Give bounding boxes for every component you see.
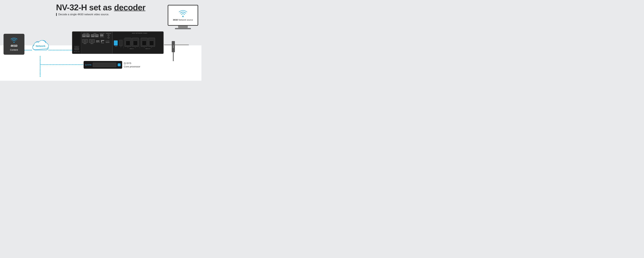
gpio-out-label: GPIO OUT <box>100 33 104 34</box>
dotted-line-to-qsys <box>40 56 40 77</box>
lan-b-port-2 <box>95 34 98 37</box>
dotted-line-h-qsys <box>40 64 84 65</box>
hdmi-in-port-1 <box>132 38 139 47</box>
lan-a-group: LAN A / PWR <box>82 33 90 37</box>
in-label: 3 <box>120 46 121 47</box>
power-label: POWER IN <box>74 46 79 47</box>
hdmi-in-port-2 <box>124 38 131 47</box>
audio-out-group: AUDIO OUT <box>106 33 111 39</box>
usb-a1-port <box>82 39 85 43</box>
power-spec-label: 48V DC 1.5A <box>74 51 80 52</box>
hdmi-out-2-label: 2 <box>141 47 148 48</box>
qsys-line1: Q-SYS <box>124 62 140 65</box>
hdmi-out-1-label: 1 <box>148 47 155 48</box>
main-title: NV-32-H set as decoder <box>56 3 145 12</box>
hdmi-wire <box>173 52 174 61</box>
rack-right-label: 4K60 NETWORK VIDEO <box>114 33 164 34</box>
audio-port-2 <box>108 37 110 39</box>
qsys-line2: Core processor <box>124 65 140 68</box>
rack-right-panel: 4K60 NETWORK VIDEO USB B 3 2 <box>112 32 164 54</box>
title-area: NV-32-H set as decoder Decode a single 4… <box>56 3 145 16</box>
hdmi-plug-body: HDMI <box>172 41 175 52</box>
lan-a-port <box>82 34 86 37</box>
gpio-in-group: GPIO IN <box>96 41 100 43</box>
monitor: 4K60 Network source <box>168 5 198 29</box>
tx-rx-group: 1 2 TX RX + <box>106 40 110 43</box>
hdmi-in-1-label: 1 <box>132 47 139 48</box>
title-prefix: NV-32-H set as <box>56 3 114 12</box>
usb-a2-port-2 <box>92 39 95 43</box>
gpio-out-group: GPIO OUT 12V 1 2 3 + <box>100 33 104 38</box>
dotted-line-content-to-cloud <box>24 50 32 50</box>
monitor-stand <box>178 26 188 28</box>
lan-b-label: LAN B <box>94 33 96 34</box>
rs232-group: RS232 <box>101 40 104 44</box>
svg-point-0 <box>14 42 14 43</box>
hdmi-ports-row: USB B 3 2 1 HDMI IN <box>114 35 164 53</box>
lan-a-port-2 <box>86 34 90 37</box>
subtitle: Decode a single 4K60 network video sourc… <box>56 13 145 16</box>
audio-port-1 <box>108 34 110 36</box>
dotted-line-cloud-to-rack <box>48 50 72 50</box>
title-highlighted: decoder <box>114 3 145 12</box>
usb-a2-label: USB A <box>90 43 94 44</box>
hdmi-plug: HDMI <box>172 41 175 61</box>
svg-point-1 <box>182 16 184 17</box>
hdmi-out-port-1 <box>148 38 155 47</box>
usb-b-label: USB B <box>114 46 117 47</box>
qsys-device: Q·SYS <box>84 61 122 69</box>
usb-a2-port <box>89 39 92 43</box>
in-port <box>119 40 122 46</box>
hdmi-out-section-label: HDMI OUT <box>145 48 150 49</box>
lan-a-label: LAN A / PWR <box>83 33 89 34</box>
rack-bottom-row: USB A USB A GPIO IN <box>82 39 111 44</box>
monitor-base <box>175 28 191 29</box>
usb-b-port <box>114 40 118 46</box>
power-port <box>74 47 79 50</box>
monitor-signal-icon <box>178 10 188 18</box>
network-label: Network <box>36 45 45 47</box>
qsys-display <box>93 63 116 67</box>
rack-device: POWER IN 48V DC 1.5A LAN A / PWR LAN B <box>72 31 164 54</box>
audio-out-label: AUDIO OUT <box>106 33 111 34</box>
rack-top-row: LAN A / PWR LAN B GPIO OUT <box>82 33 111 39</box>
content-resolution: 4K60 <box>10 44 17 48</box>
qsys-logo: Q·SYS <box>85 64 92 66</box>
lan-b-port <box>91 34 94 37</box>
monitor-label: 4K60 Network source <box>173 19 193 21</box>
hdmi-in-2-label: 2 <box>124 47 131 48</box>
usb-a1-label: USB A <box>84 43 86 44</box>
rack-left-panel: POWER IN 48V DC 1.5A <box>72 32 81 54</box>
hdmi-in-section-label: HDMI IN <box>130 48 134 49</box>
usb-a1-group: USB A <box>82 39 88 44</box>
gpio-block: 12V 1 2 3 + <box>100 34 104 38</box>
lan-b-group: LAN B <box>91 33 98 37</box>
content-label: Content <box>10 49 18 51</box>
hdmi-out-port-2 <box>141 38 148 47</box>
cable-rack-to-monitor <box>164 45 189 45</box>
content-source-box: 4K60 Content <box>4 34 24 55</box>
wifi-signal-icon <box>10 38 18 43</box>
monitor-screen: 4K60 Network source <box>168 5 198 26</box>
qsys-button <box>118 63 120 66</box>
usb-a2-group: USB A <box>89 39 95 44</box>
hdmi-plug-label: HDMI <box>173 45 174 48</box>
rack-main-panel: LAN A / PWR LAN B GPIO OUT <box>81 32 112 54</box>
network-cloud: Network <box>31 39 50 53</box>
cloud-shape: Network <box>32 40 49 52</box>
qsys-label: Q-SYS Core processor <box>124 61 140 69</box>
usb-a1-port-2 <box>85 39 88 43</box>
